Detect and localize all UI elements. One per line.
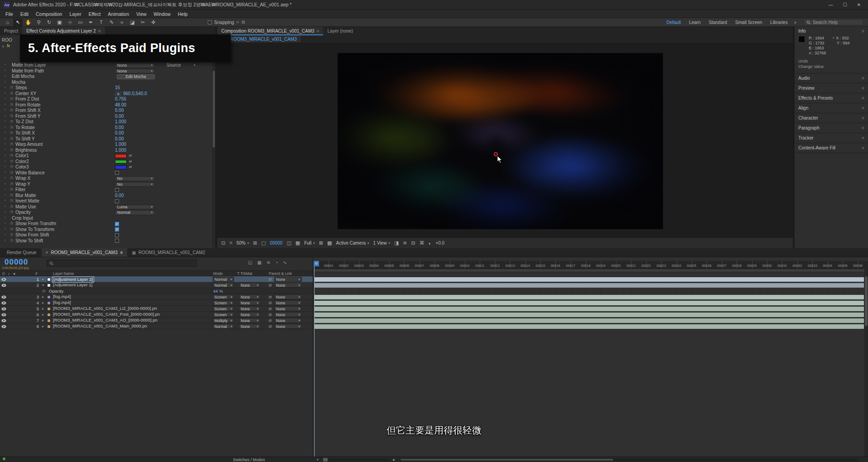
panel-paragraph[interactable]: Paragraph≡ <box>795 123 868 133</box>
property-checkbox[interactable] <box>115 199 119 203</box>
panel-menu-icon[interactable]: ≡ <box>862 96 864 101</box>
menu-file[interactable]: File <box>2 11 17 17</box>
layer-duration-bar[interactable] <box>314 318 864 323</box>
property-row-opacity[interactable]: ◷Opacity44 % <box>0 288 313 294</box>
timeline-zoom-out-icon[interactable]: ▴ <box>317 457 319 461</box>
parent-dropdown[interactable]: None▾ <box>274 318 302 323</box>
twirl-icon[interactable]: › <box>5 68 6 72</box>
layer-duration-bar[interactable] <box>314 283 864 288</box>
property-dropdown[interactable]: Luma▾ <box>115 205 155 210</box>
property-dropdown[interactable]: None▾ <box>115 69 155 74</box>
visibility-eye-icon[interactable] <box>1 301 6 306</box>
layer-label-swatch[interactable] <box>47 319 51 322</box>
panel-preview[interactable]: Preview≡ <box>795 83 868 93</box>
color-swatch[interactable] <box>115 154 127 158</box>
visibility-eye-icon[interactable] <box>1 295 6 300</box>
visibility-eye-icon[interactable] <box>1 277 6 282</box>
pixel-aspect-icon[interactable]: ◨ <box>394 240 399 246</box>
panel-effects-presets[interactable]: Effects & Presets≡ <box>795 93 868 103</box>
zoom-tool[interactable]: ⚲ <box>34 19 43 26</box>
twirl-icon[interactable]: › <box>5 221 6 225</box>
stopwatch-icon[interactable]: ◷ <box>10 227 13 231</box>
twirl-icon[interactable]: › <box>5 85 6 89</box>
twirl-icon[interactable]: › <box>5 159 6 163</box>
twirl-icon[interactable]: ▸ <box>42 300 44 306</box>
layer-label-swatch[interactable] <box>47 301 51 305</box>
layer-row-3[interactable]: 3▸[fog.mp4]Screen▾None▾@None▾ <box>0 294 313 300</box>
pan-behind-tool[interactable]: ⊹ <box>65 19 75 26</box>
trkmat-dropdown[interactable]: None▾ <box>239 294 260 299</box>
workspace-standard[interactable]: Standard <box>709 20 727 25</box>
motion-blur-icon[interactable]: ◔ <box>275 260 278 265</box>
shape-tool[interactable]: ▭ <box>76 19 85 26</box>
stopwatch-icon[interactable]: ◷ <box>10 119 13 123</box>
parent-dropdown[interactable]: None▾ <box>274 294 302 299</box>
timeline-zoom-in-icon[interactable]: ▲ <box>392 457 396 462</box>
property-value[interactable]: 44 % <box>213 288 223 294</box>
close-icon[interactable]: ✕ <box>857 2 861 7</box>
timeline-tab-render-queue[interactable]: Render Queue <box>3 248 41 257</box>
twirl-icon[interactable]: › <box>5 63 6 67</box>
layer-row-6[interactable]: 6▸[ROOM3_MIRACLE_v001_CAM3_Post_[0000-00… <box>0 312 313 318</box>
visibility-eye-icon[interactable] <box>1 283 6 288</box>
twirl-icon[interactable]: › <box>5 96 6 101</box>
twirl-icon[interactable]: › <box>5 74 6 78</box>
parent-dropdown[interactable]: None▾ <box>274 283 302 288</box>
close-icon[interactable]: × <box>46 250 48 255</box>
twirl-icon[interactable]: › <box>5 80 6 84</box>
menu-composition[interactable]: Composition <box>32 11 66 17</box>
twirl-icon[interactable]: ▸ <box>42 306 44 312</box>
mode-dropdown[interactable]: Multiply▾ <box>213 318 234 323</box>
mode-dropdown[interactable]: Screen▾ <box>213 294 234 299</box>
trkmat-dropdown[interactable]: None▾ <box>239 324 260 329</box>
work-area-bar[interactable] <box>314 269 864 272</box>
layer-label-swatch[interactable] <box>47 313 51 317</box>
twirl-icon[interactable]: › <box>5 148 6 152</box>
mode-dropdown[interactable]: Screen▾ <box>213 306 234 311</box>
layer-name[interactable]: [fog.mp4] <box>53 294 71 299</box>
panel-menu-icon[interactable]: ≡ <box>862 135 864 140</box>
twirl-icon[interactable]: ▾ <box>42 282 44 288</box>
stopwatch-icon[interactable]: ◷ <box>10 176 13 180</box>
column-trkmat[interactable]: T TrkMat <box>237 271 252 276</box>
twirl-icon[interactable]: › <box>5 204 6 208</box>
property-value[interactable]: 0.00 <box>115 136 124 142</box>
layer-label-swatch[interactable] <box>47 325 51 328</box>
current-time-display[interactable]: 00000 <box>5 258 28 267</box>
comp-nav-tab[interactable]: ▦ ROOM3_MIRACLE_v001_CAM3 <box>220 35 301 43</box>
layer-duration-bar[interactable] <box>314 324 864 329</box>
workspace-learn[interactable]: Learn <box>689 20 701 25</box>
pick-whip-icon[interactable]: @ <box>268 312 272 318</box>
property-dropdown[interactable]: None▾ <box>115 63 155 68</box>
layer-name[interactable]: [Adjustment Layer 1] <box>53 282 92 288</box>
twirl-icon[interactable]: › <box>5 216 6 220</box>
layer-row-2[interactable]: 2▾[Adjustment Layer 1]Normal▾None▾@None▾ <box>0 282 313 288</box>
clone-stamp-tool[interactable]: ⌯ <box>117 19 127 26</box>
twirl-icon[interactable]: › <box>5 164 6 168</box>
twirl-icon[interactable]: ▸ <box>42 323 44 329</box>
property-value[interactable]: 0.00 <box>115 114 124 120</box>
fast-previews-icon[interactable]: ≋ <box>403 240 407 246</box>
property-value[interactable]: 0.00 <box>115 125 124 131</box>
twirl-icon[interactable]: › <box>5 170 6 174</box>
layer-name[interactable]: [ROOM3_MIRACLE_v001_CAM3_Post_[0000-0000… <box>53 312 160 317</box>
frame-blending-icon[interactable]: ≋ <box>267 260 270 265</box>
panel-menu-icon[interactable]: ≡ <box>862 86 864 91</box>
stopwatch-icon[interactable]: ◷ <box>10 187 13 191</box>
property-checkbox[interactable] <box>115 239 119 243</box>
layer-label-swatch[interactable] <box>47 307 51 311</box>
twirl-icon[interactable]: › <box>5 193 6 197</box>
layer-label-swatch[interactable] <box>47 278 51 281</box>
layer-row-8[interactable]: 8▸[ROOM3_MIRACLE_v001_CAM3_Main_0000.pnN… <box>0 323 313 329</box>
twirl-icon[interactable]: ▸ <box>42 312 44 318</box>
menu-layer[interactable]: Layer <box>66 11 85 17</box>
stopwatch-icon[interactable]: ◷ <box>10 159 13 163</box>
twirl-icon[interactable]: › <box>5 187 6 191</box>
column-layer-name[interactable]: Layer Name <box>53 271 74 276</box>
selection-tool[interactable]: ↖ <box>13 19 23 26</box>
stopwatch-icon[interactable]: ◷ <box>10 204 13 208</box>
panel-menu-icon[interactable]: ≡ <box>120 250 123 255</box>
layer-row-7[interactable]: 7▸[ROOM3_MIRACLE_v001_CAM3_AO_[0000-0000… <box>0 318 313 323</box>
trkmat-dropdown[interactable]: None▾ <box>239 312 260 317</box>
search-help-field[interactable]: Search Help <box>804 19 863 25</box>
